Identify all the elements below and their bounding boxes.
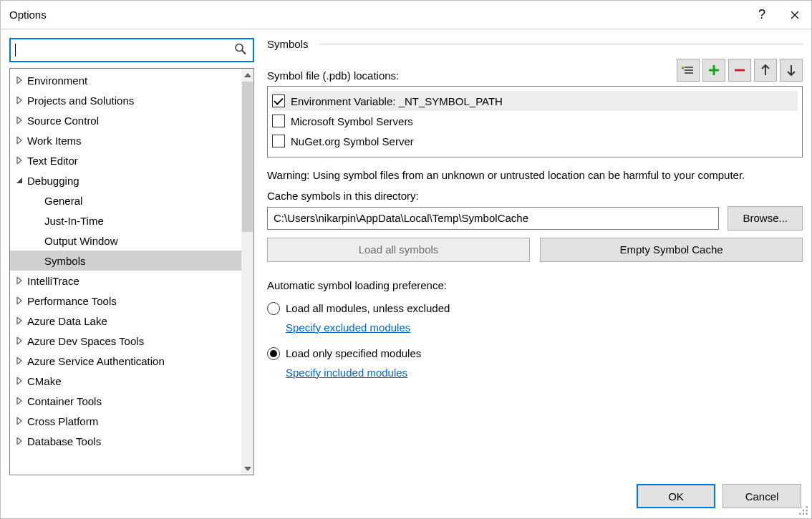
twisty-collapsed-icon xyxy=(14,316,24,326)
empty-cache-label: Empty Symbol Cache xyxy=(619,243,722,256)
panel-heading: Symbols xyxy=(267,38,309,50)
resize-grip[interactable] xyxy=(798,505,808,515)
tree-item-container-tools[interactable]: Container Tools xyxy=(10,391,241,411)
locations-list[interactable]: Environment Variable: _NT_SYMBOL_PATHMic… xyxy=(267,86,803,157)
tree-item-label: CMake xyxy=(27,375,62,387)
radio-load-specified-input[interactable] xyxy=(267,347,280,360)
search-box[interactable] xyxy=(9,38,254,62)
tree-scrollbar[interactable] xyxy=(241,69,253,475)
tree-item-label: Performance Tools xyxy=(27,295,117,307)
location-label: Microsoft Symbol Servers xyxy=(291,115,413,127)
twisty-collapsed-icon xyxy=(14,356,24,366)
tree-item-label: Just-In-Time xyxy=(44,215,104,227)
location-label: NuGet.org Symbol Server xyxy=(291,135,414,147)
tree-item-label: IntelliTrace xyxy=(27,275,79,287)
titlebar: Options ? xyxy=(1,1,811,29)
tree-item-output-window[interactable]: Output Window xyxy=(10,231,241,251)
location-row[interactable]: Microsoft Symbol Servers xyxy=(272,111,798,131)
radio-load-specified[interactable]: Load only specified modules xyxy=(267,345,803,362)
specify-excluded-link[interactable]: Specify excluded modules xyxy=(286,321,803,334)
ok-button[interactable]: OK xyxy=(637,484,715,508)
tree-item-symbols[interactable]: Symbols xyxy=(10,251,241,271)
tree-item-intellitrace[interactable]: IntelliTrace xyxy=(10,271,241,291)
new-folder-icon xyxy=(682,65,695,75)
specify-included-link[interactable]: Specify included modules xyxy=(286,367,803,379)
tree-item-label: Azure Service Authentication xyxy=(27,355,165,367)
window-title: Options xyxy=(9,9,47,21)
tree-item-label: Debugging xyxy=(27,175,79,187)
scroll-up-button[interactable] xyxy=(241,69,253,81)
ok-label: OK xyxy=(668,490,684,503)
help-button[interactable]: ? xyxy=(745,1,778,29)
radio-load-all[interactable]: Load all modules, unless excluded xyxy=(267,300,803,317)
radio-load-all-label: Load all modules, unless excluded xyxy=(286,302,450,314)
empty-cache-button[interactable]: Empty Symbol Cache xyxy=(540,238,803,262)
twisty-collapsed-icon xyxy=(14,376,24,386)
search-icon xyxy=(234,43,247,58)
warning-text: Warning: Using symbol files from an unkn… xyxy=(267,168,803,184)
move-up-button[interactable] xyxy=(754,59,777,82)
cache-path-input[interactable] xyxy=(267,207,719,230)
tree-item-label: Azure Data Lake xyxy=(27,315,107,327)
radio-load-all-input[interactable] xyxy=(267,302,280,315)
twisty-collapsed-icon xyxy=(14,95,24,105)
left-pane: EnvironmentProjects and SolutionsSource … xyxy=(9,38,254,475)
location-checkbox[interactable] xyxy=(272,135,285,147)
svg-point-5 xyxy=(806,510,808,511)
tree-item-environment[interactable]: Environment xyxy=(10,70,241,90)
arrow-down-icon xyxy=(787,64,796,76)
tree-item-performance-tools[interactable]: Performance Tools xyxy=(10,291,241,311)
right-pane: Symbols Symbol file (.pdb) locations: xyxy=(267,38,803,475)
svg-point-6 xyxy=(803,510,804,511)
tree-item-azure-service-authentication[interactable]: Azure Service Authentication xyxy=(10,351,241,371)
tree-item-text-editor[interactable]: Text Editor xyxy=(10,150,241,170)
svg-rect-3 xyxy=(685,72,693,74)
browse-button-label: Browse... xyxy=(743,212,788,224)
section-header: Symbols xyxy=(267,38,803,50)
tree-item-work-items[interactable]: Work Items xyxy=(10,130,241,150)
location-row[interactable]: NuGet.org Symbol Server xyxy=(272,131,798,151)
location-label: Environment Variable: _NT_SYMBOL_PATH xyxy=(291,95,503,107)
remove-location-button[interactable] xyxy=(728,59,751,82)
twisty-collapsed-icon xyxy=(14,155,24,165)
tree-item-just-in-time[interactable]: Just-In-Time xyxy=(10,210,241,231)
tree-item-database-tools[interactable]: Database Tools xyxy=(10,431,241,451)
tree-item-azure-dev-spaces-tools[interactable]: Azure Dev Spaces Tools xyxy=(10,331,241,351)
scroll-down-button[interactable] xyxy=(241,462,253,475)
options-tree: EnvironmentProjects and SolutionsSource … xyxy=(9,68,254,475)
tree-item-source-control[interactable]: Source Control xyxy=(10,110,241,130)
load-all-symbols-button[interactable]: Load all symbols xyxy=(267,238,530,262)
location-checkbox[interactable] xyxy=(272,115,285,127)
load-all-label: Load all symbols xyxy=(359,243,439,256)
location-row[interactable]: Environment Variable: _NT_SYMBOL_PATH xyxy=(272,91,798,111)
tree-item-label: Text Editor xyxy=(27,155,78,167)
tree-item-azure-data-lake[interactable]: Azure Data Lake xyxy=(10,311,241,331)
new-location-folder-button[interactable] xyxy=(677,59,700,82)
twisty-collapsed-icon xyxy=(14,296,24,306)
radio-load-specified-label: Load only specified modules xyxy=(286,347,421,359)
cancel-button[interactable]: Cancel xyxy=(722,484,801,508)
browse-button[interactable]: Browse... xyxy=(728,206,803,231)
scroll-thumb[interactable] xyxy=(242,82,253,232)
twisty-collapsed-icon xyxy=(14,396,24,406)
heading-divider xyxy=(320,44,803,44)
twisty-collapsed-icon xyxy=(14,75,24,85)
remove-icon xyxy=(734,64,745,76)
search-input[interactable] xyxy=(15,39,228,61)
cache-label: Cache symbols in this directory: xyxy=(267,190,803,202)
move-down-button[interactable] xyxy=(780,59,803,82)
tree-item-debugging[interactable]: Debugging xyxy=(10,170,241,190)
tree-item-projects-and-solutions[interactable]: Projects and Solutions xyxy=(10,90,241,110)
tree-item-general[interactable]: General xyxy=(10,190,241,210)
tree-item-cmake[interactable]: CMake xyxy=(10,371,241,391)
location-checkbox[interactable] xyxy=(272,94,285,107)
locations-label: Symbol file (.pdb) locations: xyxy=(267,69,670,82)
svg-rect-1 xyxy=(685,67,693,68)
tree-item-cross-platform[interactable]: Cross Platform xyxy=(10,411,241,431)
dialog-footer: OK Cancel xyxy=(1,484,811,518)
twisty-collapsed-icon xyxy=(14,276,24,286)
close-button[interactable] xyxy=(778,1,811,29)
tree-item-label: Container Tools xyxy=(27,395,102,407)
add-location-button[interactable] xyxy=(702,59,725,82)
tree-item-label: Azure Dev Spaces Tools xyxy=(27,335,144,347)
